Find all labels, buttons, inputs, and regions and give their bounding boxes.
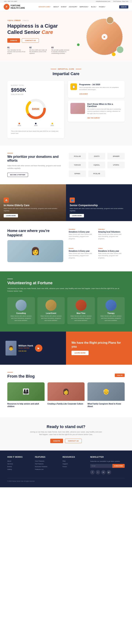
testimonial-left: 👨 William Hank Senior Member ★★★★★ ▶ <box>0 332 66 365</box>
footer-link-about[interactable]: About <box>7 460 31 462</box>
hero-play-button[interactable]: ▶ <box>102 34 107 40</box>
subscribe-button[interactable]: SUBSCRIBE <box>112 464 125 468</box>
homecare-person: 👩 <box>31 247 40 255</box>
vol-line <box>7 279 13 279</box>
partners-logos: PCSLAB ZOOTV 3PHNER YOFACE CQHIAL UTOPIA… <box>69 153 125 177</box>
vol-card-meal-time: Meal Time Make friends with others senio… <box>67 297 95 324</box>
navbar: F FORTUNEHEALTH CARE SENIOR CARE ▾ ABOUT… <box>0 3 132 11</box>
dropdown-caret: ▾ <box>50 6 51 8</box>
hero-dot-yellow <box>112 52 116 56</box>
hero-helpline: Helpline: 1789123 1789/123 <box>7 20 73 21</box>
see-survey-link[interactable]: SEE THE SURVEY <box>87 117 100 119</box>
nav-advisory[interactable]: ADVISORY <box>69 6 77 8</box>
testimonial-section: 👨 William Hank Senior Member ★★★★★ ▶ We … <box>0 332 132 365</box>
cta-contact-button[interactable]: CONTACT US <box>65 439 82 443</box>
year-dot-3 <box>52 123 53 124</box>
nav-links: SENIOR CARE ▾ ABOUT EVENT ADVISORY SERVI… <box>39 6 106 8</box>
become-partner-button[interactable]: BECOME A PARTNER <box>7 173 28 177</box>
footer-link-exclusive[interactable]: Exclusive Features <box>35 466 59 468</box>
footer-link-faq[interactable]: FAQ <box>63 460 86 462</box>
nav-pages[interactable]: PAGES ▾ <box>99 6 106 8</box>
view-all-button[interactable]: View All <box>115 374 125 377</box>
newsletter-email-input[interactable] <box>90 464 112 468</box>
footer-col-1: HOW IT WORKS About Services Events Galle… <box>7 456 31 474</box>
hero-buttons: DONATE CONTACT US <box>7 38 73 43</box>
social-facebook[interactable]: f <box>90 470 95 474</box>
testimonial-info: William Hank Senior Member ★★★★★ <box>18 344 33 352</box>
hero-dot-green <box>77 44 79 46</box>
footer-link-gallery[interactable]: Gallery <box>7 468 31 470</box>
nav-senior-care[interactable]: SENIOR CARE ▾ <box>39 6 51 8</box>
nav-event[interactable]: EVENT <box>61 6 66 8</box>
footer-link-core[interactable]: Core Features <box>35 460 59 462</box>
impartial-section: Impartial Care Impartial Care BUDGET TOT… <box>0 61 132 146</box>
footer-bottom: © 2020 Fortune Senior Care. All rights r… <box>7 478 125 482</box>
footer-link-features-list[interactable]: Features List <box>35 468 59 470</box>
hero-breadcrumb: 1789/123 <box>23 20 29 21</box>
chart-years: 2019 2020 2021 <box>11 123 61 126</box>
blog-img-2: 👩 <box>48 382 85 401</box>
blog-caret: ▾ <box>96 6 97 8</box>
therapy-image <box>105 300 116 311</box>
social-linkedin[interactable]: in <box>101 470 106 474</box>
footer-link-full[interactable]: Full Features <box>35 463 59 465</box>
section-line-left <box>51 69 56 69</box>
contact-button[interactable]: CONTACT US <box>22 38 39 43</box>
homecare-image: 👩 <box>7 240 63 262</box>
companionship-learn-more[interactable]: LEARN MORE <box>70 214 84 218</box>
donate-button[interactable]: DONATE <box>7 38 20 43</box>
budget-chart: BUDGET TOTAL $950K GOAL $5 MILLION $950K… <box>7 81 64 138</box>
cta-donate-button[interactable]: DONATE <box>50 439 63 443</box>
partner-4: YOFACE <box>69 162 86 168</box>
partners-section: We prioritize your donations and efforts… <box>0 146 132 184</box>
year-2021: 2021 <box>51 123 54 126</box>
footer-link-services[interactable]: Services <box>7 463 31 465</box>
caregiver-body: Don't Know When to Hire a CareGiver We c… <box>87 103 122 119</box>
nav-topbar: +001 7897 321 0987 info@fortunecare.com … <box>0 0 132 3</box>
logo-text: FORTUNEHEALTH CARE <box>11 4 25 9</box>
hero-stat-1: 01 Your donation for the success and suc… <box>7 46 26 54</box>
hero-stats: 01 Your donation for the success and suc… <box>7 46 73 54</box>
partner-1: PCSLAB <box>69 153 86 160</box>
nav-about[interactable]: ABOUT <box>53 6 59 8</box>
footer-col-3: RESOURCES FAQ Support Forum <box>63 456 86 474</box>
banner-section: 🏠 In Home Elderly Care Make friends with… <box>0 184 132 221</box>
social-googleplus[interactable]: g+ <box>107 470 111 474</box>
testimonial-person: 👨 William Hank Senior Member ★★★★★ ▶ <box>5 341 42 356</box>
logo-icon: F <box>4 4 9 10</box>
elderly-learn-more[interactable]: LEARN MORE <box>4 214 18 218</box>
testimonial-avatar: 👨 <box>5 341 16 356</box>
homecare-item-3: Events Donations in Every year Make frie… <box>69 248 95 264</box>
footer-link-support[interactable]: Support <box>63 463 86 465</box>
volunteering-title: Volunteering at Fortune <box>7 280 125 285</box>
elderly-care-text: 🏠 In Home Elderly Care Make friends with… <box>4 198 62 217</box>
homecare-items: Donation Donations in Every year Make fr… <box>69 228 125 264</box>
signin-button[interactable]: SIGN IN <box>119 5 128 8</box>
footer-link-forum[interactable]: Forum <box>63 466 86 468</box>
hero-title: Happiness is a Cigar Called Senior Care <box>7 23 73 35</box>
impartial-grid: BUDGET TOTAL $950K GOAL $5 MILLION $950K… <box>7 81 125 138</box>
volunteering-cards: Consulting Make friends with others seni… <box>7 297 125 324</box>
nav-blog[interactable]: BLOG ▾ <box>91 6 97 8</box>
hero-visual: ▶ <box>73 16 125 57</box>
hero-stat-2: 02 We thus fulfill and make all the dona… <box>29 46 48 54</box>
year-2020: 2020 <box>34 123 37 126</box>
programme-card: 📋 Programme - Jul 2020 Sed ut perspiciat… <box>68 81 125 98</box>
services-caret: ▾ <box>88 6 89 8</box>
nav-location: Fort Fortune, New York <box>113 0 128 2</box>
blog-grid: 👨‍👩‍👧 Resources to help seniors and adul… <box>7 382 125 410</box>
testimonial-play-button[interactable]: ▶ <box>35 344 42 352</box>
programme-body: Programme - Jul 2020 Sed ut perspiciatis… <box>79 84 122 95</box>
partners-text: We prioritize your donations and efforts… <box>7 153 63 177</box>
logo[interactable]: F FORTUNEHEALTH CARE <box>4 4 25 10</box>
year-2019: 2019 <box>18 123 21 126</box>
footer-link-events[interactable]: Events <box>7 466 31 468</box>
pricing-learn-more[interactable]: LEARN MORE <box>71 351 89 355</box>
nav-services[interactable]: SERVICES ▾ <box>79 6 89 8</box>
blog-body-3: What Family Caregivers Need to Know Abou… <box>87 401 125 410</box>
join-event-link[interactable]: JOIN EVENT <box>79 93 88 95</box>
social-twitter[interactable]: t <box>96 470 100 474</box>
blog-header-left: From the Blog <box>7 372 35 379</box>
cta-desc: Joining us can help you make friends, le… <box>29 430 103 436</box>
nav-phone: +001 7897 321 0987 <box>4 0 17 2</box>
